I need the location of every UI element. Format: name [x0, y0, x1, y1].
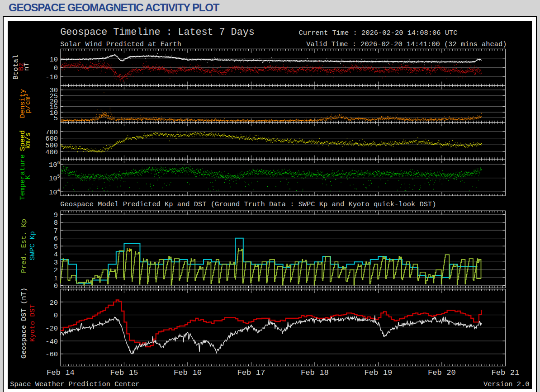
- svg-text:SWPC Kp: SWPC Kp: [28, 231, 37, 260]
- svg-text:Feb 19: Feb 19: [364, 368, 392, 377]
- svg-text:p/cm3: p/cm3: [24, 94, 32, 113]
- svg-text:Feb 16: Feb 16: [174, 368, 202, 377]
- svg-text:0: 0: [54, 282, 58, 290]
- svg-text:Current Time : 2026-02-20 14:0: Current Time : 2026-02-20 14:08:06 UTC: [299, 29, 458, 37]
- svg-text:Feb 18: Feb 18: [301, 368, 329, 377]
- svg-text:Solar Wind Predicted at Earth: Solar Wind Predicted at Earth: [60, 40, 181, 48]
- svg-text:Feb 20: Feb 20: [428, 368, 456, 377]
- svg-text:Geospace Timeline : Latest 7 D: Geospace Timeline : Latest 7 Days: [60, 27, 254, 38]
- svg-text:Feb 15: Feb 15: [110, 368, 138, 377]
- svg-text:-60: -60: [45, 350, 58, 359]
- svg-text:Feb 17: Feb 17: [237, 368, 265, 377]
- svg-text:0: 0: [54, 64, 58, 72]
- svg-text:700: 700: [45, 128, 58, 137]
- svg-text:106: 106: [49, 161, 60, 169]
- svg-text:6: 6: [54, 235, 58, 243]
- svg-text:5: 5: [54, 243, 58, 251]
- svg-text:Version 2.0: Version 2.0: [483, 380, 530, 388]
- svg-text:30: 30: [50, 86, 58, 94]
- svg-text:-10: -10: [45, 73, 58, 81]
- svg-text:10: 10: [50, 56, 58, 64]
- svg-text:-20: -20: [45, 325, 58, 333]
- svg-text:Feb 21: Feb 21: [491, 368, 519, 377]
- svg-text:20: 20: [50, 299, 58, 307]
- svg-text:nT: nT: [23, 62, 31, 71]
- svg-text:9: 9: [54, 211, 58, 219]
- svg-text:1: 1: [54, 274, 58, 283]
- svg-text:Geospace Model Predicted Kp an: Geospace Model Predicted Kp and DST (Gro…: [60, 200, 436, 208]
- svg-text:3: 3: [54, 259, 58, 267]
- svg-text:Feb 14: Feb 14: [47, 368, 75, 377]
- svg-text:Kyoto DST: Kyoto DST: [28, 304, 37, 342]
- svg-text:2: 2: [54, 266, 58, 274]
- svg-text:km/s: km/s: [24, 132, 32, 149]
- svg-text:Space Weather Prediction Cente: Space Weather Prediction Center: [10, 380, 139, 388]
- svg-text:104: 104: [49, 188, 60, 197]
- svg-text:K: K: [24, 175, 32, 179]
- svg-text:0: 0: [54, 312, 58, 320]
- svg-text:Valid Time : 2026-02-20 14:41:: Valid Time : 2026-02-20 14:41:00 (32 min…: [306, 40, 507, 48]
- svg-text:7: 7: [54, 227, 58, 235]
- svg-text:105: 105: [49, 174, 60, 183]
- svg-text:8: 8: [54, 219, 58, 227]
- svg-text:Pred. Est. Kp: Pred. Est. Kp: [20, 219, 28, 273]
- svg-text:4: 4: [54, 250, 58, 259]
- svg-text:Geospace DST (nT): Geospace DST (nT): [20, 288, 28, 359]
- svg-text:-40: -40: [45, 338, 58, 346]
